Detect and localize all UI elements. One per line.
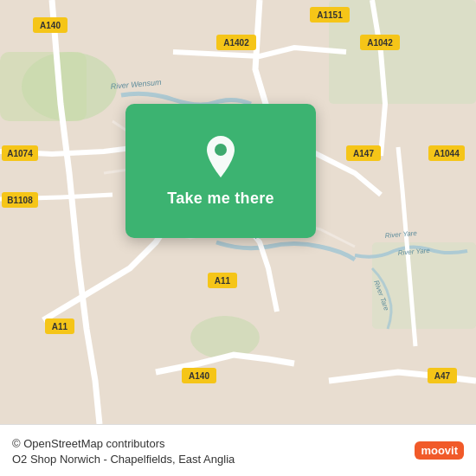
svg-rect-3 <box>329 0 476 104</box>
svg-point-35 <box>215 144 227 156</box>
svg-text:A147: A147 <box>353 149 374 158</box>
svg-rect-2 <box>0 52 87 121</box>
svg-text:A140: A140 <box>40 21 61 30</box>
bottom-bar: © OpenStreetMap contributors O2 Shop Nor… <box>0 424 476 476</box>
svg-point-5 <box>190 316 260 359</box>
attribution-text: © OpenStreetMap contributors <box>12 437 165 450</box>
svg-text:A11: A11 <box>215 276 231 286</box>
svg-text:A11: A11 <box>52 322 68 331</box>
location-info: © OpenStreetMap contributors O2 Shop Nor… <box>12 435 235 466</box>
svg-text:A1044: A1044 <box>434 149 460 158</box>
take-me-there-card[interactable]: Take me there <box>125 104 316 238</box>
svg-text:A1042: A1042 <box>367 38 393 48</box>
moovit-logo-text: moovit <box>415 441 464 460</box>
svg-text:A1074: A1074 <box>7 149 33 158</box>
location-name: O2 Shop Norwich - Chapelfields, East Ang… <box>12 453 235 466</box>
take-me-there-button[interactable]: Take me there <box>167 190 274 208</box>
moovit-logo: moovit <box>415 441 464 460</box>
svg-text:A1151: A1151 <box>317 10 343 20</box>
location-pin-icon <box>202 134 240 179</box>
svg-text:A1402: A1402 <box>223 38 249 48</box>
svg-text:A140: A140 <box>189 371 209 381</box>
map-container: A1151 A1402 A1042 A140 A1074 B1108 A147 … <box>0 0 476 424</box>
svg-text:A47: A47 <box>434 371 451 381</box>
svg-text:B1108: B1108 <box>7 196 33 205</box>
